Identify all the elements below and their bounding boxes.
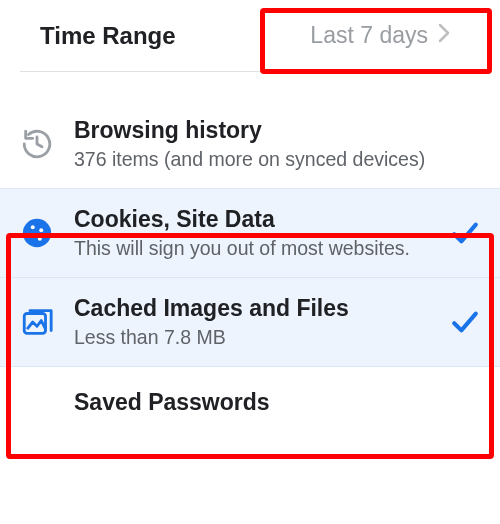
item-title: Saved Passwords bbox=[74, 388, 436, 417]
data-type-list: Browsing history 376 items (and more on … bbox=[0, 100, 500, 437]
svg-point-0 bbox=[23, 219, 51, 247]
svg-point-3 bbox=[29, 234, 33, 238]
item-browsing-history[interactable]: Browsing history 376 items (and more on … bbox=[0, 100, 500, 188]
item-subtitle: This will sign you out of most websites. bbox=[74, 236, 436, 261]
item-subtitle: Less than 7.8 MB bbox=[74, 325, 436, 350]
item-title: Cookies, Site Data bbox=[74, 205, 436, 234]
item-cookies[interactable]: Cookies, Site Data This will sign you ou… bbox=[0, 188, 500, 278]
svg-point-4 bbox=[38, 237, 42, 241]
item-saved-passwords[interactable]: Saved Passwords bbox=[0, 367, 500, 437]
item-title: Browsing history bbox=[74, 116, 436, 145]
svg-point-1 bbox=[31, 225, 35, 229]
item-subtitle: 376 items (and more on synced devices) bbox=[74, 147, 436, 172]
svg-point-5 bbox=[43, 233, 46, 236]
check-icon bbox=[436, 310, 480, 334]
check-icon bbox=[436, 221, 480, 245]
time-range-value-button[interactable]: Last 7 days bbox=[300, 18, 460, 53]
item-cached-images[interactable]: Cached Images and Files Less than 7.8 MB bbox=[0, 278, 500, 367]
time-range-row[interactable]: Time Range Last 7 days bbox=[20, 0, 480, 72]
time-range-label: Time Range bbox=[40, 22, 300, 50]
svg-point-2 bbox=[39, 228, 43, 232]
cookie-icon bbox=[20, 216, 74, 250]
time-range-value: Last 7 days bbox=[310, 22, 428, 49]
images-icon bbox=[20, 305, 74, 339]
item-title: Cached Images and Files bbox=[74, 294, 436, 323]
history-icon bbox=[20, 127, 74, 161]
chevron-right-icon bbox=[438, 22, 450, 49]
